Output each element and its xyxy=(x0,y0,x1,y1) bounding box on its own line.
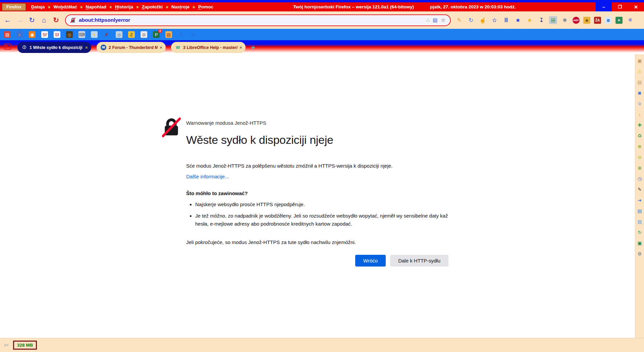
tab-2[interactable]: ✉2 Forum - Thunderbird Mail DE× xyxy=(97,42,166,53)
green-p-bookmark-icon[interactable]: P2 xyxy=(153,31,160,38)
menu-item-historija[interactable]: Historija xyxy=(115,4,133,9)
folder-open-icon[interactable]: ▤ xyxy=(637,219,643,225)
clock-bookmark-icon[interactable]: ⊙ xyxy=(141,31,147,38)
search-sync-icon[interactable]: ⊛ xyxy=(637,165,643,171)
red-x-bookmark-icon[interactable]: ✗ xyxy=(103,31,110,38)
close-button[interactable]: × xyxy=(628,2,644,11)
bookstar-extension-icon[interactable]: ✶ xyxy=(615,17,623,24)
folder-edit-icon[interactable]: ✎ xyxy=(637,186,643,192)
memory-usage-badge[interactable]: 328 MB xyxy=(13,341,37,350)
continue-http-button[interactable]: Dale k HTTP-sydłu xyxy=(390,255,448,267)
remove-circle-icon[interactable]: ⊖ xyxy=(637,154,643,160)
firefox-globe-bookmark-icon[interactable]: ◐ xyxy=(16,31,23,38)
disc-bookmark-icon[interactable]: ◎ xyxy=(116,31,122,38)
back-icon[interactable]: ← xyxy=(3,16,12,24)
continue-note: Jeli pokročujeće, so modus Jenož-HTTPS z… xyxy=(186,239,356,245)
tab-favicon: W xyxy=(175,45,181,50)
new-tab-button[interactable]: + xyxy=(251,43,256,52)
camera-bookmark-icon[interactable]: ◎ xyxy=(66,31,73,38)
tab-favicon: ⓘ xyxy=(21,45,27,50)
translate-icon[interactable]: ŹA xyxy=(594,17,601,24)
tab-close-icon[interactable]: × xyxy=(160,45,162,50)
folder-slash-icon[interactable]: ▤ xyxy=(637,208,643,214)
cause-item: Najskerje websydło prosće HTTPS njepodpě… xyxy=(195,200,453,208)
folder-user-icon[interactable]: ▣ xyxy=(637,58,643,64)
sourceforge-bookmark-icon[interactable]: Sf xyxy=(41,31,48,38)
share-nodes-icon[interactable]: ∴ xyxy=(426,17,430,23)
folder-new-icon[interactable]: ▤ xyxy=(637,79,643,85)
camera-archive-icon[interactable]: ▣ xyxy=(637,240,643,246)
menu-star-separator: ★ xyxy=(80,5,83,9)
tab-close-icon[interactable]: × xyxy=(239,45,242,50)
menu-item-pomoc[interactable]: Pomoc xyxy=(198,4,213,9)
scissors-icon[interactable]: ✂ xyxy=(4,342,9,349)
history-clock-icon[interactable]: ↻ xyxy=(637,229,643,235)
wrench-bookmark-icon-2[interactable]: ⚒ xyxy=(190,31,197,38)
window-star-icon[interactable]: ✫ xyxy=(637,101,643,107)
url-text[interactable]: about:httpsonlyerror xyxy=(79,17,423,23)
page-content: Warnowanje modusa Jenož-HTTPS Wěste sydł… xyxy=(0,54,644,338)
menu-item-dataja[interactable]: Dataja xyxy=(31,4,45,9)
minimize-button[interactable]: – xyxy=(596,2,612,11)
bookmark-star-icon[interactable]: ☆ xyxy=(441,17,445,23)
gears-icon[interactable]: ⚙ xyxy=(637,251,643,257)
home-icon[interactable]: ⌂ xyxy=(40,16,48,24)
highlighter-pencil-icon[interactable]: ✎ xyxy=(455,16,463,24)
app-menu-icon[interactable]: ≡ xyxy=(626,16,634,24)
add-circle-icon[interactable]: ⊕ xyxy=(637,143,643,150)
bookmark-star-filled-icon[interactable]: ★ xyxy=(514,16,522,24)
tab-list-icon[interactable] xyxy=(4,44,11,50)
library-icon[interactable]: Ⅲ xyxy=(502,16,510,24)
menu-item-napohlad[interactable]: Napohlad xyxy=(86,4,107,9)
tab-close-icon[interactable]: × xyxy=(85,45,88,50)
camera-extension-icon[interactable]: ◉ xyxy=(583,17,590,24)
url-bar[interactable]: about:httpsonlyerror ∴ ▤ ☆ xyxy=(65,14,451,26)
sourceforge-bookmark-icon-2[interactable]: Sf xyxy=(54,31,60,38)
phone-chart-icon[interactable]: ▥ xyxy=(605,17,612,24)
firefox-menu-button[interactable]: Firefox xyxy=(2,3,26,11)
ape-extension-icon[interactable]: ☻ xyxy=(561,16,569,24)
download-arrow-icon[interactable]: ↓ xyxy=(637,111,643,117)
wrench-bookmark-icon[interactable]: ⚒ xyxy=(178,31,184,38)
reload-icon[interactable]: ↻ xyxy=(28,16,36,24)
orange-addon-bookmark-icon[interactable]: ◉ xyxy=(29,31,36,38)
shooting-star-icon[interactable]: ★ xyxy=(526,16,534,24)
thumbs-up-icon[interactable]: ☝ xyxy=(479,16,487,24)
window-controls: – ❐ × xyxy=(596,2,644,11)
warning-triangle-icon[interactable]: ⚠ xyxy=(637,68,643,74)
menu-item-nastroje[interactable]: Nastroje xyxy=(171,4,190,9)
tab-3[interactable]: W3 LibreOffice Help - master/te× xyxy=(171,42,246,53)
addon-swirl-icon[interactable]: ↻ xyxy=(52,16,60,24)
menu-star-separator: ★ xyxy=(109,5,112,9)
folder-bookmark-icon[interactable]: ▤ xyxy=(165,31,172,38)
adblock-plus-icon[interactable]: ABP xyxy=(573,17,580,24)
tab-overflow-chevron-icon[interactable]: › xyxy=(640,46,641,52)
menu-star-separator: ★ xyxy=(192,5,196,9)
sidebar-toggle-icon[interactable]: ⊞ xyxy=(549,16,557,24)
sync-refresh-icon[interactable]: ↻ xyxy=(467,16,475,24)
sync-recycle-icon[interactable]: ♻ xyxy=(637,133,643,139)
downloads-icon[interactable]: ↧ xyxy=(537,16,545,24)
zip-bookmark-icon[interactable]: Z xyxy=(128,31,135,38)
lock-key-icon[interactable]: ◙ xyxy=(637,90,643,96)
red-calendar-bookmark-icon[interactable]: ▤ xyxy=(4,31,11,38)
tab-title: 2 Forum - Thunderbird Mail DE xyxy=(109,45,158,50)
star-tray-icon[interactable]: ✫ xyxy=(490,16,498,24)
arrow-right-icon[interactable]: ➜ xyxy=(637,197,643,203)
keyboard-bookmark-icon[interactable]: ⌨ xyxy=(78,31,85,38)
weather-bookmark-icon[interactable]: ☀ xyxy=(91,31,98,38)
reader-mode-icon[interactable]: ▤ xyxy=(433,17,437,23)
key-add-icon[interactable]: ✚ xyxy=(637,122,643,128)
clock-remove-icon[interactable]: ◷ xyxy=(637,176,643,182)
window-title-version: Twój hornjoserbski Firefox – wersija 121… xyxy=(293,4,414,9)
menu-item-wobda[interactable]: Wobdźěłać xyxy=(53,4,77,9)
restore-button[interactable]: ❐ xyxy=(612,2,628,11)
bookmarks-toolbar: ▤◐◉SfSf◎⌨☀✗◎Z⊙P2▤⚒⚒ xyxy=(0,29,644,40)
menu-item-zapooki[interactable]: Zapołožki xyxy=(142,4,163,9)
forward-icon[interactable]: → xyxy=(15,16,24,24)
tabs: ⓘ1 Wěste sydło k dispoziciji nj×✉2 Forum… xyxy=(17,42,246,54)
tab-1[interactable]: ⓘ1 Wěste sydło k dispoziciji nj× xyxy=(17,42,91,53)
go-back-button[interactable]: Wróćo xyxy=(355,255,386,267)
error-kicker: Warnowanje modusa Jenož-HTTPS xyxy=(186,120,266,126)
learn-more-link[interactable]: Dalše informacije... xyxy=(186,174,229,179)
